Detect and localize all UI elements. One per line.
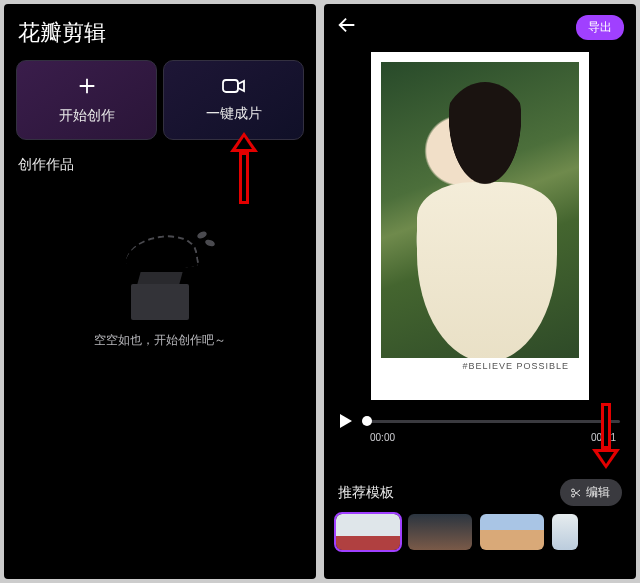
play-icon[interactable] — [340, 414, 352, 428]
svg-point-5 — [572, 494, 575, 497]
svg-point-4 — [572, 489, 575, 492]
preview-photo — [381, 62, 579, 358]
autocut-label: 一键成片 — [206, 105, 262, 123]
preview-caption: #BELIEVE POSSIBLE — [454, 358, 577, 374]
plus-icon — [76, 75, 98, 101]
export-button[interactable]: 导出 — [576, 15, 624, 40]
template-thumb-2[interactable] — [408, 514, 472, 550]
scissors-icon — [570, 487, 582, 499]
template-thumb-4[interactable] — [552, 514, 578, 550]
top-bar: 导出 — [324, 4, 636, 50]
start-create-label: 开始创作 — [59, 107, 115, 125]
video-camera-icon — [222, 77, 246, 99]
phone-screen-right: 导出 #BELIEVE POSSIBLE 00:00 00:11 推荐模板 编辑 — [324, 4, 636, 579]
empty-state: 空空如也，开始创作吧～ — [4, 230, 316, 349]
templates-header: 推荐模板 编辑 — [338, 479, 622, 506]
annotation-arrow-autocut — [232, 132, 256, 204]
autocut-button[interactable]: 一键成片 — [163, 60, 304, 140]
edit-chip-label: 编辑 — [586, 484, 610, 501]
current-time: 00:00 — [370, 432, 395, 443]
svg-rect-2 — [223, 80, 238, 92]
progress-knob[interactable] — [362, 416, 372, 426]
app-title: 花瓣剪辑 — [4, 4, 316, 60]
annotation-arrow-edit — [594, 403, 618, 469]
back-icon[interactable] — [336, 14, 358, 40]
progress-track[interactable] — [362, 420, 620, 423]
template-thumbnails — [324, 514, 636, 560]
action-row: 开始创作 一键成片 — [4, 60, 316, 140]
phone-screen-left: 花瓣剪辑 开始创作 一键成片 创作作品 空空如也，开始创作吧～ — [4, 4, 316, 579]
preview-area: #BELIEVE POSSIBLE — [324, 50, 636, 400]
start-create-button[interactable]: 开始创作 — [16, 60, 157, 140]
edit-button[interactable]: 编辑 — [560, 479, 622, 506]
template-thumb-3[interactable] — [480, 514, 544, 550]
gallery-label: 创作作品 — [4, 140, 316, 174]
preview-frame[interactable]: #BELIEVE POSSIBLE — [371, 52, 589, 400]
templates-label: 推荐模板 — [338, 484, 394, 502]
empty-box-icon — [105, 230, 215, 320]
time-row: 00:00 00:11 — [340, 432, 620, 443]
empty-state-text: 空空如也，开始创作吧～ — [94, 332, 226, 349]
template-thumb-1[interactable] — [336, 514, 400, 550]
player-bar — [340, 414, 620, 428]
